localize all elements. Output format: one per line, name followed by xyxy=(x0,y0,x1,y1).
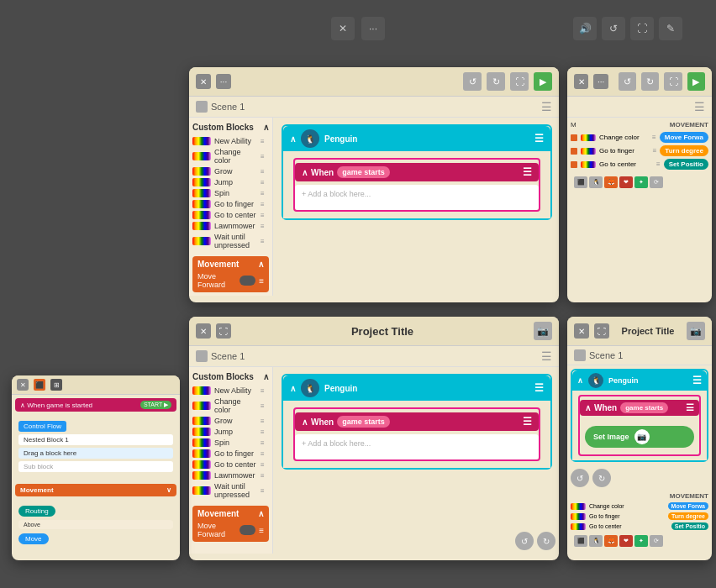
icon-b3[interactable]: 🦊 xyxy=(604,535,618,547)
redo-button-4[interactable]: ↻ xyxy=(592,469,611,487)
panel-preview-header: ✕ ⬛ ⊞ xyxy=(12,375,180,395)
panel-4-close[interactable]: ✕ xyxy=(574,323,589,339)
move-forward-btn[interactable]: Move Forwa xyxy=(660,132,708,143)
move-forward-toggle[interactable] xyxy=(240,276,255,286)
panel-1-run[interactable]: ▶ xyxy=(534,72,552,91)
panel-2-screenshot[interactable]: 📷 xyxy=(534,322,552,340)
panel-1-close[interactable]: ✕ xyxy=(196,74,211,89)
block-item[interactable]: Go to center ≡ xyxy=(192,211,269,219)
when-block-header-2: ∧ When game starts ☰ xyxy=(302,416,532,428)
block-rainbow-icon xyxy=(192,237,211,245)
block-item[interactable]: Spin ≡ xyxy=(192,189,269,197)
panel-1-undo[interactable]: ↺ xyxy=(463,72,482,91)
sprite-menu-2[interactable]: ☰ xyxy=(534,382,544,394)
block-item[interactable]: Go to finger ≡ xyxy=(192,200,269,208)
game-starts-pill-1[interactable]: game starts xyxy=(337,166,390,178)
when-menu-4[interactable]: ☰ xyxy=(686,402,694,413)
icon-b2[interactable]: 🐧 xyxy=(589,535,603,547)
icon-5[interactable]: ✦ xyxy=(634,176,648,188)
panel-4-header: ✕ ⛶ Project Title 📷 xyxy=(567,317,712,346)
preview-movement-header: Movement ∨ xyxy=(20,486,171,494)
icon-4[interactable]: ❤ xyxy=(619,176,633,188)
icon-b4[interactable]: ❤ xyxy=(619,535,633,547)
camera-icon: 📷 xyxy=(634,429,650,444)
move-forward-toggle-2[interactable] xyxy=(240,525,255,535)
panel-3-close[interactable]: ✕ xyxy=(574,74,588,89)
panel-3-expand[interactable]: ⛶ xyxy=(664,72,682,91)
scene-menu-3[interactable]: ☰ xyxy=(694,100,705,113)
icon-1[interactable]: ⬛ xyxy=(574,176,587,188)
block-item[interactable]: Change color ≡ xyxy=(192,148,269,165)
game-starts-pill-4[interactable]: game starts xyxy=(620,402,668,413)
add-block-area-1[interactable]: + Add a block here... xyxy=(295,185,539,210)
icon-2[interactable]: 🐧 xyxy=(589,176,603,188)
block-item[interactable]: Spin≡ xyxy=(192,438,269,447)
move-forward-btn-b[interactable]: Move Forwa xyxy=(668,502,708,510)
panel-3-redo[interactable]: ↻ xyxy=(641,72,659,91)
scene-menu-1[interactable]: ☰ xyxy=(541,100,552,113)
block-item[interactable]: Go to center≡ xyxy=(192,460,269,469)
preview-block-rows: Control Flow Nested Block 1 Drag a block… xyxy=(15,415,176,474)
set-position-btn-b[interactable]: Set Positio xyxy=(671,522,708,530)
panel-1-menu[interactable]: ··· xyxy=(216,74,231,89)
scene-menu-2[interactable]: ☰ xyxy=(541,349,552,363)
block-item[interactable]: Grow≡ xyxy=(192,417,269,425)
panel-2-menu-btn[interactable]: ⛶ xyxy=(216,323,231,339)
sprite-menu-4[interactable]: ☰ xyxy=(692,375,702,386)
turn-degree-btn[interactable]: Turn degree xyxy=(660,145,708,156)
block-item[interactable]: Wait until unpressed≡ xyxy=(192,482,269,499)
icons-strip-top: ⬛ 🐧 🦊 ❤ ✦ ⟳ xyxy=(571,175,708,190)
preview-drag-area[interactable]: Drag a block here xyxy=(18,448,173,459)
icon-3[interactable]: 🦊 xyxy=(604,176,618,188)
block-item[interactable]: New Ability≡ xyxy=(192,386,269,395)
block-rainbow-icon xyxy=(192,200,211,208)
game-starts-pill-2[interactable]: game starts xyxy=(337,416,390,428)
set-image-container: Set Image 📷 xyxy=(580,419,699,454)
block-rainbow-icon xyxy=(192,222,211,230)
block-item[interactable]: Grow ≡ xyxy=(192,167,269,176)
block-item[interactable]: Jump ≡ xyxy=(192,178,269,186)
set-image-block[interactable]: Set Image 📷 xyxy=(585,426,694,448)
panel-4-title: Project Title xyxy=(614,326,682,336)
block-item[interactable]: Lawnmower≡ xyxy=(192,471,269,480)
block-item[interactable]: Jump≡ xyxy=(192,428,269,436)
undo-button-4[interactable]: ↺ xyxy=(571,469,589,487)
panel-1-expand[interactable]: ⛶ xyxy=(510,72,529,91)
block-item[interactable]: New Ability ≡ xyxy=(192,137,269,145)
when-menu-2[interactable]: ☰ xyxy=(523,416,532,428)
block-item[interactable]: Lawnmower ≡ xyxy=(192,222,269,230)
panel-4-screenshot[interactable]: 📷 xyxy=(687,322,705,340)
move-forward-handle-2: ≡ xyxy=(259,526,264,535)
add-block-area-2[interactable]: + Add a block here... xyxy=(295,434,539,459)
close-button[interactable]: ✕ xyxy=(331,17,355,40)
row-icon xyxy=(571,148,577,155)
set-position-btn[interactable]: Set Positio xyxy=(664,159,708,170)
icon-b1[interactable]: ⬛ xyxy=(574,535,587,547)
sprite-menu-1[interactable]: ☰ xyxy=(534,133,544,144)
when-menu-1[interactable]: ☰ xyxy=(523,166,532,178)
panel-3-menu-btn[interactable]: ··· xyxy=(593,74,608,89)
redo-button-2[interactable]: ↻ xyxy=(537,532,555,550)
block-item[interactable]: Wait until unpressed ≡ xyxy=(192,233,269,249)
panel-2-close[interactable]: ✕ xyxy=(196,323,211,339)
preview-nested-2: Sub block xyxy=(18,461,173,472)
turn-degree-btn-b[interactable]: Turn degree xyxy=(668,512,708,520)
icon-b5[interactable]: ✦ xyxy=(634,535,648,547)
panel-1-redo[interactable]: ↻ xyxy=(487,72,505,91)
icon-6[interactable]: ⟳ xyxy=(650,176,663,188)
menu-button[interactable]: ··· xyxy=(361,17,385,40)
panel-3-undo[interactable]: ↺ xyxy=(619,72,636,91)
scene-icon-4 xyxy=(574,349,586,361)
scene-label-2: Scene 1 ☰ xyxy=(189,346,559,367)
panel-4-tablet-btn[interactable]: ⛶ xyxy=(594,323,609,339)
block-item[interactable]: Change color≡ xyxy=(192,397,269,414)
icon-b6[interactable]: ⟳ xyxy=(650,535,663,547)
panel-3-run[interactable]: ▶ xyxy=(687,72,705,91)
block-rainbow-icon xyxy=(192,438,211,447)
block-item[interactable]: Go to finger≡ xyxy=(192,449,269,458)
block-rainbow-icon xyxy=(192,189,211,197)
block-rainbow-icon xyxy=(571,513,586,520)
custom-blocks-sidebar-2: Custom Blocks ∧ New Ability≡ Change colo… xyxy=(189,367,273,554)
preview-close[interactable]: ✕ xyxy=(17,379,29,391)
undo-button-2[interactable]: ↺ xyxy=(515,532,534,550)
